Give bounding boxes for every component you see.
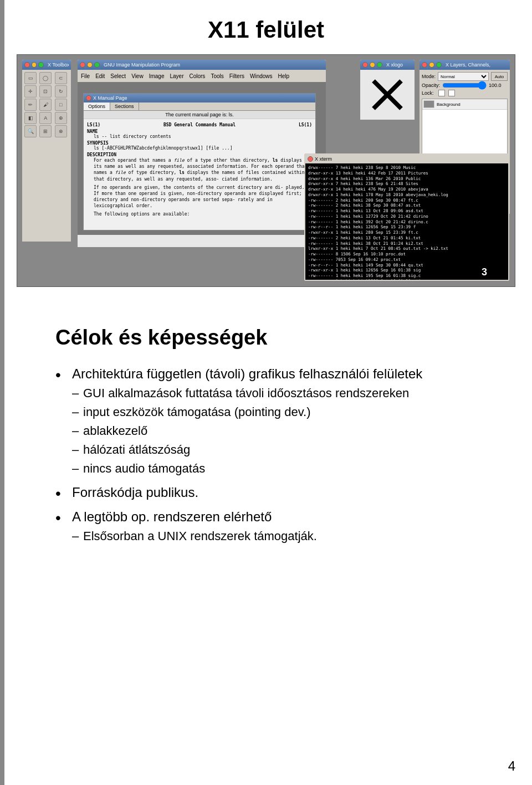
menu-colors[interactable]: Colors <box>189 73 205 79</box>
sub-item-1-1: GUI alkalmazások futtatása távoli időosz… <box>72 386 488 401</box>
toolbox-title: X Toolbox <box>48 62 69 68</box>
xlogo-window: X xlogo <box>360 59 415 120</box>
xlogo-titlebar: X xlogo <box>360 60 415 70</box>
manual-tabs: Options Sections <box>84 102 315 111</box>
gimp-canvas: X Manual Page Options Sections The curre… <box>78 82 326 235</box>
tool-lasso[interactable]: ⊂ <box>55 72 67 84</box>
tool-paint[interactable]: 🖌 <box>39 99 52 111</box>
manual-subwindow: X Manual Page Options Sections The curre… <box>83 93 316 230</box>
gimp-title: GNU Image Manipulation Program <box>104 62 180 68</box>
tool-eraser[interactable]: □ <box>55 99 67 111</box>
xterm-line: -rw------- 2 heki heki 38 Sep 30 08:47 a… <box>308 203 505 208</box>
xlogo-max[interactable] <box>377 62 382 68</box>
tool-move[interactable]: ✛ <box>24 85 37 98</box>
gimp-max-btn[interactable] <box>94 62 100 68</box>
xterm-line: drwxr-xr-x 13 heki heki 442 Feb 17 2011 … <box>308 171 505 176</box>
menu-layer[interactable]: Layer <box>170 73 183 79</box>
left-bar <box>0 0 4 785</box>
xlogo-canvas <box>360 70 415 120</box>
xterm-line: -rw------- 1 heki heki 38 Oct 21 01:24 k… <box>308 241 505 247</box>
menu-edit[interactable]: Edit <box>95 73 105 79</box>
tool-crop[interactable]: ⊡ <box>39 85 52 98</box>
layer-lock-checkbox[interactable] <box>438 90 445 96</box>
screenshot-area: X Toolbox ▭ ◯ ⊂ ✛ ⊡ ↻ ✏ 🖌 □ ◧ A ⊕ 🔍 ⊞ ⊗ … <box>17 54 515 287</box>
section-title: Célok és képességek <box>55 326 488 350</box>
xterm-line: -rw------- 8 1506 Sep 16 10:10 proc.dot <box>308 252 505 257</box>
tool-rotate[interactable]: ↻ <box>55 85 67 98</box>
tool-picker[interactable]: ⊕ <box>55 112 67 124</box>
layer-name: Background <box>437 102 461 107</box>
x-logo-icon <box>371 78 404 111</box>
tool-clone[interactable]: ⊞ <box>39 125 52 137</box>
bullet-list: Architektúra független (távoli) grafikus… <box>55 366 488 543</box>
tool-rect[interactable]: ▭ <box>24 72 37 84</box>
tool-text[interactable]: A <box>39 112 52 124</box>
layer-opacity-label: Opacity: <box>422 83 440 88</box>
layers-titlebar: X Layers, Channels, <box>420 60 510 70</box>
page-number: 4 <box>508 758 515 774</box>
menu-select[interactable]: Select <box>110 73 126 79</box>
menu-file[interactable]: File <box>81 73 90 79</box>
manual-tab-sections[interactable]: Sections <box>110 102 139 110</box>
menu-image[interactable]: Image <box>149 73 165 79</box>
gimp-window: GNU Image Manipulation Program File Edit… <box>77 59 326 248</box>
manual-close[interactable] <box>86 95 91 101</box>
menu-windows[interactable]: Windows <box>250 73 273 79</box>
manual-desc-content: For each operand that names a file of a … <box>94 157 312 182</box>
menu-help[interactable]: Help <box>278 73 290 79</box>
page-title: X11 felület <box>0 0 532 54</box>
tool-heal[interactable]: ⊗ <box>55 125 67 137</box>
layer-mode-label: Mode: <box>422 74 436 79</box>
layer-item-background[interactable]: Background <box>422 99 507 110</box>
manual-header: The current manual page is: ls. <box>84 111 315 119</box>
layers-max[interactable] <box>436 62 442 68</box>
min-btn[interactable] <box>32 62 37 68</box>
bullet-text-3: A legtöbb op. rendszeren elérhető <box>72 509 272 524</box>
toolbox-body: ▭ ◯ ⊂ ✛ ⊡ ↻ ✏ 🖌 □ ◧ A ⊕ 🔍 ⊞ ⊗ <box>22 70 71 140</box>
layer-thumb <box>423 100 434 108</box>
tool-ellipse[interactable]: ◯ <box>39 72 52 84</box>
xterm-close[interactable] <box>308 156 313 162</box>
xterm-line: lrwxr-xr-x 1 heki heki 7 Oct 21 08:45 ou… <box>308 246 505 252</box>
tool-pencil[interactable]: ✏ <box>24 99 37 111</box>
layer-lock-label: Lock: <box>422 90 434 96</box>
layer-auto-btn[interactable]: Auto <box>491 72 508 81</box>
xterm-line: drwxr-xr-x 14 heki heki 476 May 19 2010 … <box>308 187 505 192</box>
manual-tab-options[interactable]: Options <box>84 102 110 110</box>
xlogo-min[interactable] <box>370 62 375 68</box>
layer-opacity-slider[interactable] <box>442 83 487 88</box>
manual-synopsis-section: SYNOPSIS <box>87 141 312 146</box>
xterm-line: -rw------- 1 heki heki 12729 Oct 20 21:4… <box>308 214 505 219</box>
xterm-line: -rw------- 1 heki heki 195 Sep 16 01:38 … <box>308 273 505 279</box>
sub-item-1-4: hálózati átlátszóság <box>72 443 488 457</box>
manual-ls-left: LS(1) <box>87 122 100 127</box>
tool-fill[interactable]: ◧ <box>24 112 37 124</box>
sub-item-3-1: Elsősorban a UNIX rendszerek támogatják. <box>72 529 488 543</box>
xterm-line: -rw------- 7053 Sep 16 09:42 proc.txt <box>308 257 505 263</box>
xterm-line: -rw------- 2 heki heki 13 Oct 21 01:45 k… <box>308 235 505 241</box>
menu-tools[interactable]: Tools <box>211 73 223 79</box>
gimp-min-btn[interactable] <box>87 62 93 68</box>
xterm-line: -rw-r--r-- 1 heki heki 12656 Sep 15 23:3… <box>308 224 505 230</box>
tool-zoom[interactable]: 🔍 <box>24 125 37 137</box>
bullet-item-3: A legtöbb op. rendszeren elérhető Elsőso… <box>55 509 488 543</box>
layer-lock-row: Lock: <box>422 90 508 96</box>
manual-name-section: NAME <box>87 129 312 134</box>
menu-filters[interactable]: Filters <box>229 73 244 79</box>
xterm-line: -rwxr-xr-x 1 heki heki 12656 Sep 16 01:3… <box>308 268 505 273</box>
menu-view[interactable]: View <box>131 73 144 79</box>
gimp-close-btn[interactable] <box>80 62 85 68</box>
layer-lock-alpha[interactable] <box>448 90 455 96</box>
layer-mode-select[interactable]: Normal <box>438 72 489 81</box>
max-btn[interactable] <box>38 62 44 68</box>
xterm-content[interactable]: drwx------ 7 heki heki 238 Sep 8 2010 Mu… <box>305 163 508 280</box>
layers-close[interactable] <box>422 62 427 68</box>
manual-content: LS(1) BSD General Commands Manual LS(1) … <box>84 119 315 230</box>
xlogo-close[interactable] <box>362 62 368 68</box>
xterm-line: drwxr-xr-x 7 heki heki 238 Sep 6 21:48 S… <box>308 181 505 187</box>
xterm-line: drwx------ 7 heki heki 238 Sep 8 2010 Mu… <box>308 165 505 171</box>
slide-num-3: 3 <box>482 266 487 278</box>
layers-min[interactable] <box>429 62 434 68</box>
xterm-line: -rwxr-xr-x 1 heki heki 280 Sep 15 23:39 … <box>308 230 505 235</box>
close-btn[interactable] <box>24 62 30 68</box>
